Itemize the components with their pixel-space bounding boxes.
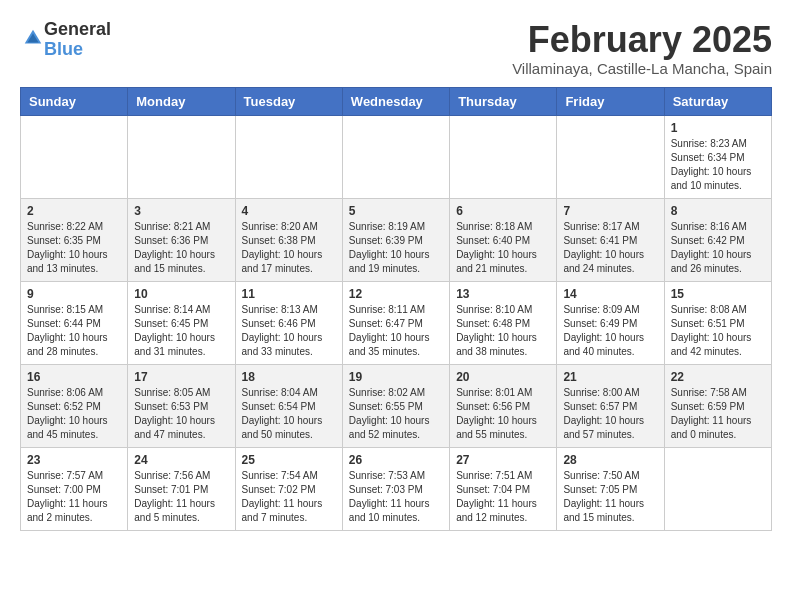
- day-info: Sunrise: 8:11 AM Sunset: 6:47 PM Dayligh…: [349, 303, 443, 359]
- location-subtitle: Villaminaya, Castille-La Mancha, Spain: [512, 60, 772, 77]
- calendar-cell: 19Sunrise: 8:02 AM Sunset: 6:55 PM Dayli…: [342, 364, 449, 447]
- calendar-cell: 28Sunrise: 7:50 AM Sunset: 7:05 PM Dayli…: [557, 447, 664, 530]
- day-number: 6: [456, 204, 550, 218]
- day-info: Sunrise: 8:20 AM Sunset: 6:38 PM Dayligh…: [242, 220, 336, 276]
- day-info: Sunrise: 7:50 AM Sunset: 7:05 PM Dayligh…: [563, 469, 657, 525]
- calendar-cell: [128, 115, 235, 198]
- day-info: Sunrise: 7:53 AM Sunset: 7:03 PM Dayligh…: [349, 469, 443, 525]
- day-number: 12: [349, 287, 443, 301]
- calendar-week-row: 1Sunrise: 8:23 AM Sunset: 6:34 PM Daylig…: [21, 115, 772, 198]
- calendar-cell: [557, 115, 664, 198]
- day-info: Sunrise: 8:23 AM Sunset: 6:34 PM Dayligh…: [671, 137, 765, 193]
- calendar-header-wednesday: Wednesday: [342, 87, 449, 115]
- day-number: 24: [134, 453, 228, 467]
- calendar-header-saturday: Saturday: [664, 87, 771, 115]
- calendar-cell: 7Sunrise: 8:17 AM Sunset: 6:41 PM Daylig…: [557, 198, 664, 281]
- calendar-header-sunday: Sunday: [21, 87, 128, 115]
- calendar-cell: 16Sunrise: 8:06 AM Sunset: 6:52 PM Dayli…: [21, 364, 128, 447]
- calendar-header-monday: Monday: [128, 87, 235, 115]
- day-number: 18: [242, 370, 336, 384]
- calendar-cell: 11Sunrise: 8:13 AM Sunset: 6:46 PM Dayli…: [235, 281, 342, 364]
- day-info: Sunrise: 8:01 AM Sunset: 6:56 PM Dayligh…: [456, 386, 550, 442]
- day-info: Sunrise: 8:16 AM Sunset: 6:42 PM Dayligh…: [671, 220, 765, 276]
- title-block: February 2025 Villaminaya, Castille-La M…: [512, 20, 772, 77]
- day-number: 20: [456, 370, 550, 384]
- day-number: 25: [242, 453, 336, 467]
- day-info: Sunrise: 8:02 AM Sunset: 6:55 PM Dayligh…: [349, 386, 443, 442]
- day-info: Sunrise: 7:57 AM Sunset: 7:00 PM Dayligh…: [27, 469, 121, 525]
- day-number: 17: [134, 370, 228, 384]
- calendar-cell: [664, 447, 771, 530]
- day-info: Sunrise: 8:06 AM Sunset: 6:52 PM Dayligh…: [27, 386, 121, 442]
- calendar-cell: [450, 115, 557, 198]
- day-number: 1: [671, 121, 765, 135]
- calendar-header-friday: Friday: [557, 87, 664, 115]
- calendar-header-tuesday: Tuesday: [235, 87, 342, 115]
- day-info: Sunrise: 8:04 AM Sunset: 6:54 PM Dayligh…: [242, 386, 336, 442]
- page-header: General Blue February 2025 Villaminaya, …: [20, 20, 772, 77]
- logo-blue-text: Blue: [44, 39, 83, 59]
- calendar-cell: [342, 115, 449, 198]
- calendar-cell: 1Sunrise: 8:23 AM Sunset: 6:34 PM Daylig…: [664, 115, 771, 198]
- calendar-cell: 26Sunrise: 7:53 AM Sunset: 7:03 PM Dayli…: [342, 447, 449, 530]
- day-number: 27: [456, 453, 550, 467]
- calendar-week-row: 16Sunrise: 8:06 AM Sunset: 6:52 PM Dayli…: [21, 364, 772, 447]
- day-number: 19: [349, 370, 443, 384]
- calendar-cell: 15Sunrise: 8:08 AM Sunset: 6:51 PM Dayli…: [664, 281, 771, 364]
- calendar-cell: 22Sunrise: 7:58 AM Sunset: 6:59 PM Dayli…: [664, 364, 771, 447]
- day-info: Sunrise: 8:15 AM Sunset: 6:44 PM Dayligh…: [27, 303, 121, 359]
- calendar-cell: 5Sunrise: 8:19 AM Sunset: 6:39 PM Daylig…: [342, 198, 449, 281]
- day-info: Sunrise: 8:17 AM Sunset: 6:41 PM Dayligh…: [563, 220, 657, 276]
- calendar-cell: 10Sunrise: 8:14 AM Sunset: 6:45 PM Dayli…: [128, 281, 235, 364]
- calendar-cell: 6Sunrise: 8:18 AM Sunset: 6:40 PM Daylig…: [450, 198, 557, 281]
- day-number: 26: [349, 453, 443, 467]
- day-info: Sunrise: 7:58 AM Sunset: 6:59 PM Dayligh…: [671, 386, 765, 442]
- calendar-cell: 20Sunrise: 8:01 AM Sunset: 6:56 PM Dayli…: [450, 364, 557, 447]
- calendar-header-row: SundayMondayTuesdayWednesdayThursdayFrid…: [21, 87, 772, 115]
- day-number: 13: [456, 287, 550, 301]
- calendar-cell: [235, 115, 342, 198]
- day-info: Sunrise: 7:56 AM Sunset: 7:01 PM Dayligh…: [134, 469, 228, 525]
- calendar-body: 1Sunrise: 8:23 AM Sunset: 6:34 PM Daylig…: [21, 115, 772, 530]
- calendar-cell: 9Sunrise: 8:15 AM Sunset: 6:44 PM Daylig…: [21, 281, 128, 364]
- day-number: 3: [134, 204, 228, 218]
- day-info: Sunrise: 7:51 AM Sunset: 7:04 PM Dayligh…: [456, 469, 550, 525]
- day-info: Sunrise: 8:14 AM Sunset: 6:45 PM Dayligh…: [134, 303, 228, 359]
- calendar-cell: 25Sunrise: 7:54 AM Sunset: 7:02 PM Dayli…: [235, 447, 342, 530]
- day-number: 2: [27, 204, 121, 218]
- calendar-week-row: 9Sunrise: 8:15 AM Sunset: 6:44 PM Daylig…: [21, 281, 772, 364]
- day-number: 8: [671, 204, 765, 218]
- day-number: 10: [134, 287, 228, 301]
- day-info: Sunrise: 8:18 AM Sunset: 6:40 PM Dayligh…: [456, 220, 550, 276]
- day-info: Sunrise: 8:10 AM Sunset: 6:48 PM Dayligh…: [456, 303, 550, 359]
- calendar-week-row: 23Sunrise: 7:57 AM Sunset: 7:00 PM Dayli…: [21, 447, 772, 530]
- day-info: Sunrise: 8:08 AM Sunset: 6:51 PM Dayligh…: [671, 303, 765, 359]
- calendar-cell: 24Sunrise: 7:56 AM Sunset: 7:01 PM Dayli…: [128, 447, 235, 530]
- calendar-table: SundayMondayTuesdayWednesdayThursdayFrid…: [20, 87, 772, 531]
- calendar-cell: 13Sunrise: 8:10 AM Sunset: 6:48 PM Dayli…: [450, 281, 557, 364]
- day-number: 14: [563, 287, 657, 301]
- logo-icon: [22, 27, 44, 49]
- calendar-cell: 23Sunrise: 7:57 AM Sunset: 7:00 PM Dayli…: [21, 447, 128, 530]
- day-number: 22: [671, 370, 765, 384]
- day-number: 4: [242, 204, 336, 218]
- calendar-cell: 18Sunrise: 8:04 AM Sunset: 6:54 PM Dayli…: [235, 364, 342, 447]
- calendar-cell: 2Sunrise: 8:22 AM Sunset: 6:35 PM Daylig…: [21, 198, 128, 281]
- day-number: 9: [27, 287, 121, 301]
- day-number: 7: [563, 204, 657, 218]
- calendar-week-row: 2Sunrise: 8:22 AM Sunset: 6:35 PM Daylig…: [21, 198, 772, 281]
- day-info: Sunrise: 8:21 AM Sunset: 6:36 PM Dayligh…: [134, 220, 228, 276]
- calendar-cell: 8Sunrise: 8:16 AM Sunset: 6:42 PM Daylig…: [664, 198, 771, 281]
- calendar-header-thursday: Thursday: [450, 87, 557, 115]
- day-info: Sunrise: 7:54 AM Sunset: 7:02 PM Dayligh…: [242, 469, 336, 525]
- calendar-cell: 4Sunrise: 8:20 AM Sunset: 6:38 PM Daylig…: [235, 198, 342, 281]
- calendar-cell: 12Sunrise: 8:11 AM Sunset: 6:47 PM Dayli…: [342, 281, 449, 364]
- month-title: February 2025: [512, 20, 772, 60]
- logo: General Blue: [20, 20, 111, 60]
- day-number: 28: [563, 453, 657, 467]
- calendar-cell: 21Sunrise: 8:00 AM Sunset: 6:57 PM Dayli…: [557, 364, 664, 447]
- day-info: Sunrise: 8:19 AM Sunset: 6:39 PM Dayligh…: [349, 220, 443, 276]
- calendar-cell: [21, 115, 128, 198]
- day-number: 23: [27, 453, 121, 467]
- day-info: Sunrise: 8:09 AM Sunset: 6:49 PM Dayligh…: [563, 303, 657, 359]
